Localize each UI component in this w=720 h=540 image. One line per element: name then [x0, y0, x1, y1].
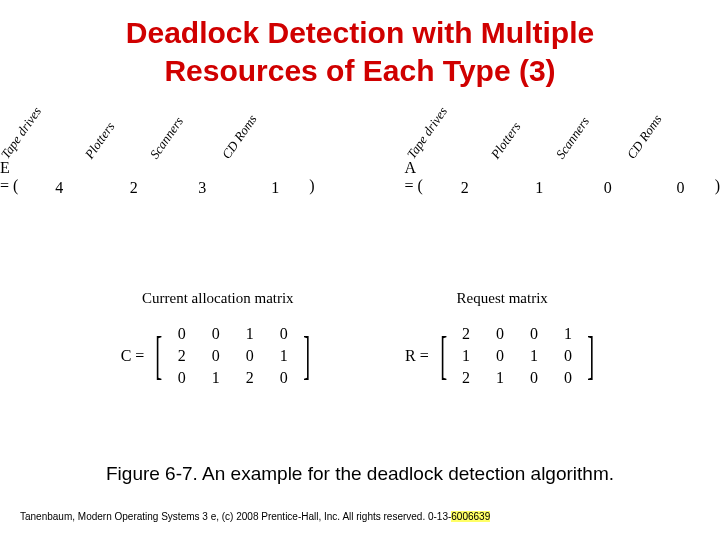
- vec-col: Tape drives 2: [432, 135, 498, 197]
- vector-E: E = ( Tape drives 4 Plotters 2 Scanners …: [0, 135, 315, 197]
- vec-col: Scanners 3: [175, 135, 229, 197]
- vec-col: Plotters 2: [110, 135, 157, 197]
- m-cell: 1: [240, 325, 260, 343]
- m-cell: 0: [558, 347, 578, 365]
- matrix-C-block: Current allocation matrix C = [ 0 0 1 0 …: [121, 290, 315, 387]
- m-cell: 0: [172, 325, 192, 343]
- m-cell: 0: [172, 369, 192, 387]
- bracket-open-icon: [: [156, 333, 163, 380]
- vectors-area: E = ( Tape drives 4 Plotters 2 Scanners …: [0, 135, 720, 197]
- m-cell: 0: [558, 369, 578, 387]
- vec-value: 2: [461, 175, 469, 197]
- m-cell: 2: [240, 369, 260, 387]
- m-cell: 0: [206, 325, 226, 343]
- m-cell: 2: [172, 347, 192, 365]
- title-line-2: Resources of Each Type (3): [164, 54, 555, 87]
- m-cell: 0: [490, 347, 510, 365]
- vector-A: A = ( Tape drives 2 Plotters 1 Scanners …: [405, 135, 720, 197]
- vec-value: 1: [535, 175, 543, 197]
- vec-value: 2: [130, 175, 138, 197]
- matrix-C-label: C =: [121, 347, 151, 365]
- m-cell: 2: [456, 325, 476, 343]
- copyright-footer: Tanenbaum, Modern Operating Systems 3 e,…: [20, 511, 490, 522]
- vector-E-close: ): [303, 177, 314, 197]
- vec-col: Tape drives 4: [26, 135, 92, 197]
- bracket-open-icon: [: [440, 333, 447, 380]
- slide: Deadlock Detection with Multiple Resourc…: [0, 0, 720, 540]
- matrix-C-grid: 0 0 1 0 2 0 0 1 0 1 2 0: [168, 325, 298, 387]
- m-cell: 2: [456, 369, 476, 387]
- m-cell: 0: [524, 325, 544, 343]
- matrix-R-title: Request matrix: [457, 290, 548, 307]
- m-cell: 1: [558, 325, 578, 343]
- vec-col: CD Roms 1: [247, 135, 303, 197]
- m-cell: 0: [274, 369, 294, 387]
- footer-text: Tanenbaum, Modern Operating Systems 3 e,…: [20, 511, 451, 522]
- m-cell: 0: [274, 325, 294, 343]
- title-line-1: Deadlock Detection with Multiple: [126, 16, 594, 49]
- vec-col: Plotters 1: [516, 135, 563, 197]
- vector-A-cols: Tape drives 2 Plotters 1 Scanners 0 CD R…: [432, 135, 709, 197]
- matrices-area: Current allocation matrix C = [ 0 0 1 0 …: [0, 290, 720, 387]
- vec-value: 0: [677, 175, 685, 197]
- vec-col: CD Roms 0: [652, 135, 708, 197]
- matrix-C: C = [ 0 0 1 0 2 0 0 1 0 1 2 0 ]: [121, 325, 315, 387]
- m-cell: 1: [490, 369, 510, 387]
- vec-value: 0: [604, 175, 612, 197]
- vec-col: Scanners 0: [581, 135, 635, 197]
- m-cell: 1: [456, 347, 476, 365]
- m-cell: 1: [206, 369, 226, 387]
- m-cell: 1: [274, 347, 294, 365]
- matrix-R-grid: 2 0 0 1 1 0 1 0 2 1 0 0: [452, 325, 582, 387]
- vec-value: 3: [198, 175, 206, 197]
- m-cell: 0: [240, 347, 260, 365]
- m-cell: 0: [524, 369, 544, 387]
- slide-title: Deadlock Detection with Multiple Resourc…: [0, 0, 720, 89]
- matrix-R: R = [ 2 0 0 1 1 0 1 0 2 1 0 0 ]: [405, 325, 599, 387]
- m-cell: 0: [206, 347, 226, 365]
- vector-A-close: ): [709, 177, 720, 197]
- matrix-R-label: R =: [405, 347, 435, 365]
- vector-E-cols: Tape drives 4 Plotters 2 Scanners 3 CD R…: [26, 135, 303, 197]
- matrix-C-title: Current allocation matrix: [142, 290, 294, 307]
- m-cell: 0: [490, 325, 510, 343]
- vec-value: 1: [271, 175, 279, 197]
- bracket-close-icon: ]: [303, 333, 310, 380]
- m-cell: 1: [524, 347, 544, 365]
- footer-isbn-tail: 6006639: [451, 511, 490, 522]
- figure-caption: Figure 6-7. An example for the deadlock …: [0, 463, 720, 485]
- vec-value: 4: [55, 175, 63, 197]
- matrix-R-block: Request matrix R = [ 2 0 0 1 1 0 1 0 2 1…: [405, 290, 599, 387]
- bracket-close-icon: ]: [587, 333, 594, 380]
